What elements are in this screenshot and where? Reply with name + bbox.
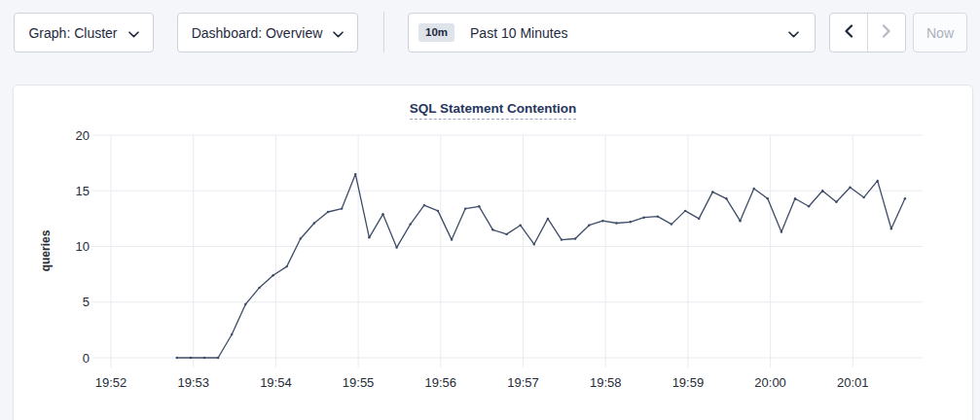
data-point — [410, 223, 412, 225]
data-point — [341, 207, 343, 209]
time-window-label: Past 10 Minutes — [470, 25, 567, 41]
data-point — [780, 230, 782, 232]
data-point — [794, 197, 796, 199]
data-point — [176, 357, 178, 359]
time-back-button[interactable] — [830, 14, 867, 52]
time-window-badge: 10m — [418, 23, 454, 43]
data-point — [767, 197, 769, 199]
data-point — [890, 228, 892, 229]
data-point — [272, 274, 273, 276]
chevron-down-icon — [788, 25, 799, 41]
data-point — [286, 265, 288, 267]
data-point — [520, 225, 522, 227]
data-point — [313, 222, 315, 224]
metrics-dashboard: Graph: Cluster Dashboard: Overview 10m P… — [0, 0, 980, 420]
data-point — [657, 215, 659, 217]
data-point — [451, 238, 453, 240]
data-point — [368, 236, 370, 238]
x-tick-label: 19:56 — [425, 375, 457, 390]
data-point — [437, 210, 439, 212]
x-tick-label: 19:55 — [343, 375, 375, 390]
graph-dropdown[interactable]: Graph: Cluster — [14, 13, 154, 52]
data-point — [561, 238, 563, 240]
chart-card: SQL Statement Contention 0510152019:5219… — [13, 85, 973, 420]
sql-contention-line-chart: 0510152019:5219:5319:5419:5519:5619:5719… — [14, 86, 974, 420]
chevron-down-icon — [333, 25, 344, 41]
data-point — [808, 205, 810, 207]
data-point — [574, 237, 576, 239]
chevron-left-icon — [844, 24, 853, 41]
data-point — [478, 205, 480, 207]
data-point — [258, 287, 260, 289]
time-nav-group — [829, 13, 906, 52]
x-tick-label: 19:58 — [590, 375, 622, 390]
data-point — [423, 204, 425, 206]
data-point — [217, 357, 219, 359]
data-point — [354, 173, 356, 175]
graph-dropdown-label: Graph: Cluster — [28, 25, 117, 41]
data-point — [327, 211, 329, 213]
data-point — [849, 187, 851, 189]
data-point — [643, 217, 645, 219]
data-point — [505, 233, 507, 235]
y-tick-label: 20 — [76, 128, 90, 143]
data-point — [244, 303, 246, 305]
y-tick-label: 10 — [76, 239, 90, 254]
chevron-down-icon — [128, 25, 139, 41]
now-button[interactable]: Now — [913, 13, 967, 52]
x-tick-label: 19:59 — [672, 375, 705, 390]
y-tick-label: 5 — [83, 295, 90, 309]
data-point — [629, 221, 631, 223]
data-point — [395, 246, 397, 248]
time-forward-button[interactable] — [867, 14, 905, 52]
data-point — [739, 220, 741, 222]
data-point — [835, 201, 837, 203]
y-axis-label: queries — [39, 229, 53, 271]
data-point — [203, 357, 205, 359]
x-tick-label: 19:57 — [507, 375, 539, 390]
data-point — [821, 190, 823, 192]
data-point — [698, 218, 700, 220]
data-point — [684, 210, 686, 212]
data-point — [533, 243, 535, 245]
x-tick-label: 20:00 — [754, 375, 786, 390]
data-point — [381, 213, 383, 215]
data-point — [753, 188, 755, 190]
data-point — [711, 191, 713, 192]
x-tick-label: 19:52 — [95, 375, 127, 390]
y-tick-label: 15 — [76, 184, 90, 198]
data-point — [671, 223, 672, 225]
data-point — [190, 357, 192, 359]
chevron-right-icon — [882, 24, 891, 41]
time-range-selector[interactable]: 10m Past 10 Minutes — [408, 13, 816, 52]
data-point — [588, 225, 590, 227]
data-point — [615, 222, 617, 224]
toolbar-divider — [383, 12, 384, 52]
data-point — [904, 197, 906, 199]
data-point — [547, 218, 549, 220]
dashboard-dropdown[interactable]: Dashboard: Overview — [177, 13, 358, 52]
y-tick-label: 0 — [83, 351, 90, 366]
x-tick-label: 19:53 — [177, 375, 209, 390]
data-point — [231, 333, 233, 335]
data-point — [862, 196, 864, 198]
x-tick-label: 20:01 — [837, 375, 869, 390]
data-point — [491, 228, 493, 230]
x-tick-label: 19:54 — [260, 375, 292, 390]
dashboard-dropdown-label: Dashboard: Overview — [192, 25, 323, 41]
data-point — [464, 207, 466, 209]
data-point — [877, 180, 879, 182]
data-point — [300, 237, 302, 239]
data-point — [601, 220, 603, 222]
data-point — [725, 197, 727, 199]
